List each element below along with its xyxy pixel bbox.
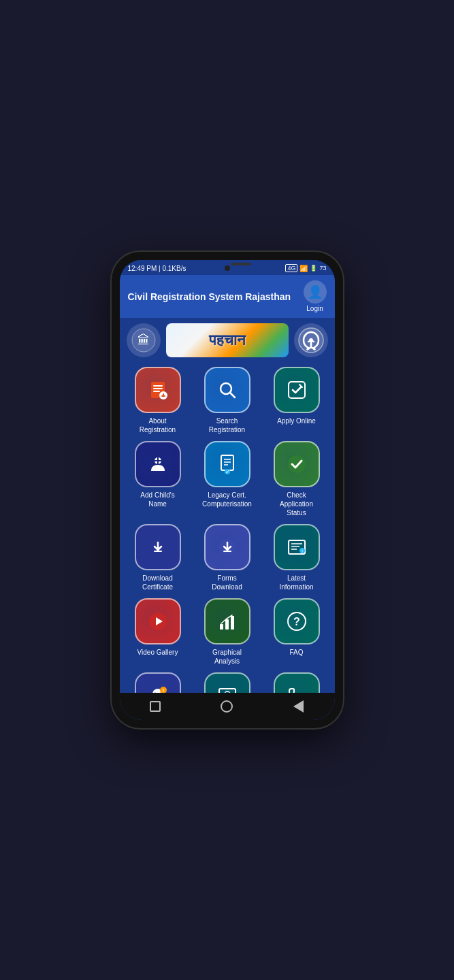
svg-rect-5 (153, 385, 163, 387)
svg-text:?: ? (293, 616, 300, 627)
banner-image: पहचान (166, 323, 289, 357)
svg-point-47 (225, 691, 230, 693)
svg-rect-6 (153, 388, 163, 389)
status-time: 12:49 PM | 0.1KB/s (128, 265, 187, 272)
about-registration-icon (135, 367, 181, 413)
menu-item-submit-feedback[interactable]: !Submit Feedback (127, 672, 189, 693)
svg-line-12 (230, 393, 235, 397)
app-header: Civil Registration System Rajasthan 👤 Lo… (120, 275, 335, 318)
graphical-analysis-label: Graphical Analysis (201, 648, 253, 666)
latest-information-label: Latest Information (271, 574, 322, 591)
forms-download-icon (204, 524, 250, 570)
search-registration-icon (204, 367, 250, 413)
scroll-area[interactable]: 🏛 पहचान About RegistrationSea (120, 318, 335, 693)
battery-icon: 🔋 (310, 265, 317, 272)
signal-icon: 📶 (299, 265, 308, 272)
login-label: Login (306, 305, 323, 312)
faq-label: FAQ (289, 648, 303, 657)
banner-hindi-text: पहचान (209, 331, 246, 349)
video-gallery-icon (135, 598, 181, 644)
svg-rect-10 (161, 395, 165, 397)
phone-frame: 12:49 PM | 0.1KB/s 4G 📶 🔋 73 Civil Regis… (112, 252, 343, 728)
contact-details-icon (204, 672, 250, 693)
add-childs-name-label: Add Child's Name (132, 491, 183, 508)
menu-item-graphical-analysis[interactable]: Graphical Analysis (196, 598, 259, 666)
graphical-analysis-icon (204, 598, 250, 644)
speaker (231, 263, 251, 265)
login-icon: 👤 (304, 280, 327, 304)
camera (225, 265, 230, 271)
svg-text:✓: ✓ (225, 469, 229, 475)
status-left: 12:49 PM | 0.1KB/s (128, 265, 187, 272)
menu-item-latest-information[interactable]: iLatest Information (265, 524, 328, 591)
svg-text:🏛: 🏛 (137, 333, 150, 347)
search-registration-label: Search Registration (201, 416, 253, 434)
svg-rect-36 (220, 624, 223, 630)
svg-rect-7 (153, 391, 160, 392)
video-gallery-label: Video Gallery (137, 648, 178, 657)
home-icon (221, 700, 233, 713)
check-status-label: Check Application Status (271, 491, 322, 517)
login-button[interactable]: 👤 Login (304, 280, 327, 312)
navigation-bar (120, 693, 335, 720)
menu-item-legacy-cert[interactable]: ✓Legacy Cert. Computerisation (196, 441, 259, 517)
battery-value: 73 (319, 265, 326, 272)
svg-text:!: ! (162, 687, 164, 693)
latest-information-icon: i (274, 524, 320, 570)
app-logo (294, 323, 328, 357)
about-registration-label: About Registration (132, 416, 183, 434)
download-certificate-icon (135, 524, 181, 570)
nav-recent-button[interactable] (146, 697, 165, 716)
svg-point-23 (288, 455, 306, 473)
menu-item-contact-us[interactable]: Contact Us (265, 672, 328, 693)
network-icon: 4G (285, 264, 297, 272)
add-childs-name-icon (135, 441, 181, 487)
apply-online-icon (274, 367, 320, 413)
back-icon (293, 700, 304, 713)
svg-rect-13 (289, 382, 305, 398)
menu-item-about-registration[interactable]: About Registration (127, 367, 189, 434)
menu-item-search-registration[interactable]: Search Registration (196, 367, 259, 434)
menu-item-check-status[interactable]: Check Application Status (265, 441, 328, 517)
menu-item-forms-download[interactable]: Forms Download (196, 524, 259, 591)
nav-back-button[interactable] (289, 697, 308, 716)
svg-point-3 (309, 338, 313, 342)
nav-home-button[interactable] (217, 697, 236, 716)
phone-screen: 12:49 PM | 0.1KB/s 4G 📶 🔋 73 Civil Regis… (120, 260, 335, 720)
submit-feedback-icon: ! (135, 672, 181, 693)
svg-rect-17 (221, 455, 233, 470)
check-status-icon (274, 441, 320, 487)
menu-item-video-gallery[interactable]: Video Gallery (127, 598, 189, 666)
forms-download-label: Forms Download (201, 574, 253, 591)
download-certificate-label: Download Certificate (132, 574, 183, 591)
legacy-cert-label: Legacy Cert. Computerisation (201, 491, 253, 508)
contact-us-icon (274, 672, 320, 693)
recent-icon (150, 701, 161, 712)
menu-grid: About RegistrationSearch RegistrationApp… (120, 363, 335, 693)
legacy-cert-icon: ✓ (204, 441, 250, 487)
apply-online-label: Apply Online (277, 416, 316, 425)
menu-item-add-childs-name[interactable]: Add Child's Name (127, 441, 189, 517)
faq-icon: ? (274, 598, 320, 644)
menu-item-apply-online[interactable]: Apply Online (265, 367, 328, 434)
menu-item-download-certificate[interactable]: Download Certificate (127, 524, 189, 591)
svg-rect-37 (225, 619, 229, 630)
svg-rect-38 (231, 616, 234, 630)
svg-rect-46 (219, 689, 236, 693)
banner: 🏛 पहचान (120, 318, 335, 363)
menu-item-contact-details[interactable]: Contact Details (196, 672, 259, 693)
status-right: 4G 📶 🔋 73 (285, 264, 326, 272)
govt-logo: 🏛 (127, 323, 161, 357)
menu-item-faq[interactable]: ?FAQ (265, 598, 328, 666)
app-title: Civil Registration System Rajasthan (128, 291, 304, 302)
